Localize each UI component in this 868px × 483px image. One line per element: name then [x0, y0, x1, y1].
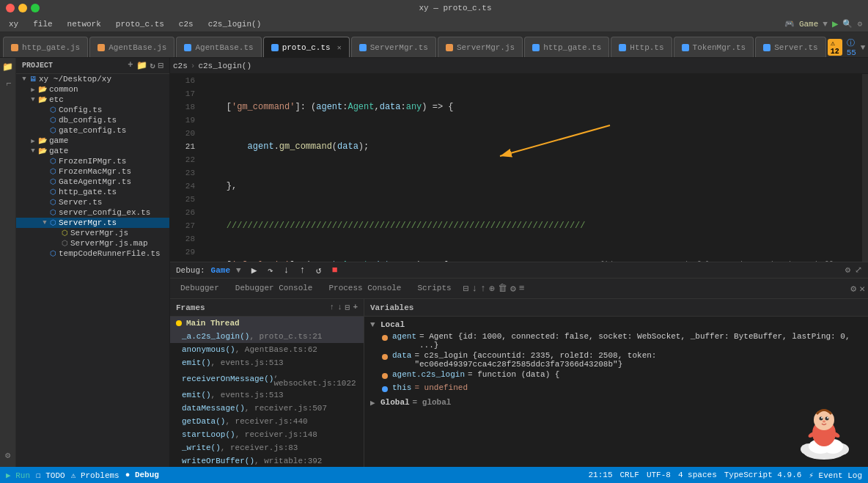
- stop-button[interactable]: ■: [328, 264, 342, 277]
- tab-http-ts[interactable]: Http.ts: [611, 37, 672, 57]
- tab-server-ts[interactable]: Server.ts: [755, 37, 825, 57]
- learn-icon[interactable]: L: [2, 78, 14, 90]
- tree-root[interactable]: ▼ 🖥 xy ~/Desktop/xy: [16, 74, 169, 84]
- new-folder-icon[interactable]: 📁: [136, 60, 147, 71]
- step-out-button[interactable]: ↑: [295, 264, 310, 277]
- maximize-button[interactable]: [31, 4, 40, 12]
- settings-debug-icon[interactable]: ⚙: [845, 265, 850, 276]
- collapse-icon[interactable]: ⊟: [158, 60, 163, 71]
- tree-gate[interactable]: ▼ 📂 gate: [16, 146, 169, 156]
- tree-common[interactable]: ▶ 📂 common: [16, 84, 169, 95]
- panel-close-icon[interactable]: ✕: [859, 283, 865, 295]
- breadcrumb-c2s[interactable]: c2s: [173, 62, 188, 70]
- tab-http-gate-ts[interactable]: http_gate.ts: [524, 37, 609, 57]
- var-data[interactable]: data = c2s_login {accountid: 2335, roleI…: [364, 350, 868, 369]
- stack-item-5[interactable]: dataMessage(), receiver.js:507: [170, 402, 364, 415]
- tab-servermgr-ts[interactable]: ServerMgr.ts: [351, 37, 436, 57]
- menu-xy[interactable]: xy: [6, 18, 21, 30]
- stack-item-3[interactable]: receiverOnMessage(), websocket.js:1022: [170, 369, 364, 388]
- status-event-log[interactable]: ⚡ Event Log: [809, 471, 862, 480]
- tree-frozen-ip[interactable]: ▶ ⬡ FrozenIPMgr.ts: [16, 156, 169, 166]
- tree-db-config-ts[interactable]: ▶ ⬡ db_config.ts: [16, 115, 169, 125]
- menu-c2s-login[interactable]: c2s_login(): [205, 18, 265, 30]
- run-icon[interactable]: ▶: [832, 18, 838, 30]
- tab-agentbase-js[interactable]: AgentBase.js: [89, 37, 174, 57]
- var-agent[interactable]: agent = Agent {id: 1000, connected: fals…: [364, 331, 868, 350]
- stack-item-1[interactable]: anonymous(), AgentBase.ts:62: [170, 343, 364, 356]
- stack-main-thread[interactable]: Main Thread: [170, 317, 364, 330]
- menu-file[interactable]: file: [30, 18, 55, 30]
- tab-debugger[interactable]: Debugger: [173, 281, 227, 296]
- panel-icon-3[interactable]: ↑: [480, 283, 486, 294]
- tab-process-console[interactable]: Process Console: [321, 281, 408, 296]
- tree-game[interactable]: ▶ 📂 game: [16, 136, 169, 146]
- refresh-icon[interactable]: ↻: [150, 60, 155, 71]
- status-spaces[interactable]: 4 spaces: [678, 471, 717, 479]
- panel-icon-5[interactable]: 🗑: [498, 283, 507, 294]
- explorer-icon[interactable]: 📁: [2, 61, 14, 73]
- expand-debug-icon[interactable]: ⤢: [855, 265, 862, 276]
- var-section-local[interactable]: ▼ Local: [364, 318, 868, 331]
- gear-icon[interactable]: ⚙: [2, 449, 14, 461]
- tree-http-gate[interactable]: ▶ ⬡ http_gate.ts: [16, 187, 169, 197]
- tab-http-gate-js[interactable]: http_gate.js: [3, 37, 88, 57]
- panel-icon-7[interactable]: ≡: [519, 283, 525, 294]
- tab-debugger-console[interactable]: Debugger Console: [228, 281, 320, 296]
- status-typescript[interactable]: TypeScript 4.9.6: [724, 471, 802, 479]
- stack-item-8[interactable]: _write(), receiver.js:83: [170, 441, 364, 454]
- stack-item-6[interactable]: getData(), receiver.js:440: [170, 415, 364, 428]
- status-todo[interactable]: ☐ TODO: [36, 471, 65, 480]
- tree-servermgr-js-map[interactable]: ▶ ⬡ ServerMgr.js.map: [16, 238, 169, 248]
- breadcrumb-c2s-login[interactable]: c2s_login(): [198, 62, 251, 70]
- editor-scrollbar[interactable]: [862, 74, 868, 262]
- tree-frozen-mac[interactable]: ▶ ⬡ FrozenMacMgr.ts: [16, 166, 169, 177]
- restart-button[interactable]: ↺: [312, 264, 326, 277]
- continue-button[interactable]: ▶: [247, 264, 262, 277]
- panel-icon-4[interactable]: ⊕: [489, 283, 495, 295]
- status-crlf[interactable]: CRLF: [620, 471, 639, 479]
- tab-proto-c-ts[interactable]: proto_c.ts ✕: [263, 37, 350, 57]
- tab-scripts[interactable]: Scripts: [410, 281, 458, 296]
- menu-proto[interactable]: proto_c.ts: [113, 18, 167, 30]
- var-c2s-login-fn[interactable]: agent.c2s_login = function (data) {: [364, 369, 868, 383]
- call-stack-down[interactable]: ↓: [337, 303, 342, 312]
- stack-item-9[interactable]: writeOrBuffer(), writable:392: [170, 454, 364, 467]
- panel-icon-6[interactable]: ⚙: [510, 283, 516, 295]
- panel-icon-1[interactable]: ⊟: [463, 283, 469, 295]
- menu-c2s[interactable]: c2s: [176, 18, 196, 30]
- status-problems[interactable]: ⚠ Problems: [71, 471, 119, 480]
- minimize-button[interactable]: [18, 4, 27, 12]
- var-this[interactable]: this = undefined: [364, 383, 868, 396]
- status-encoding[interactable]: UTF-8: [647, 471, 671, 479]
- step-into-button[interactable]: ↓: [279, 264, 294, 277]
- panel-gear-icon[interactable]: ⚙: [850, 283, 856, 295]
- status-run[interactable]: ▶ Run: [6, 471, 30, 480]
- tree-temp-runner[interactable]: ▶ ⬡ tempCodeRunnerFile.ts: [16, 248, 169, 259]
- search-icon[interactable]: 🔍: [842, 19, 853, 29]
- tab-agentbase-ts[interactable]: AgentBase.ts: [176, 37, 261, 57]
- debug-game[interactable]: Game: [211, 266, 230, 275]
- tree-servermgr-js[interactable]: ▶ ⬡ ServerMgr.js: [16, 228, 169, 238]
- close-button[interactable]: [6, 4, 15, 12]
- stack-item-4[interactable]: emit(), events.js:513: [170, 388, 364, 402]
- status-debug[interactable]: ● Debug: [125, 471, 159, 479]
- tree-gate-config-ts[interactable]: ▶ ⬡ gate_config.ts: [16, 125, 169, 136]
- tab-servermgr-js[interactable]: ServerMgr.js: [438, 37, 523, 57]
- tree-servermgr-ts[interactable]: ▼ ⬡ ServerMgr.ts: [16, 218, 169, 228]
- tree-server-config[interactable]: ▶ ⬡ server_config_ex.ts: [16, 207, 169, 218]
- tree-server-ts[interactable]: ▶ ⬡ Server.ts: [16, 197, 169, 207]
- new-file-icon[interactable]: +: [128, 60, 133, 71]
- call-stack-add[interactable]: +: [353, 303, 358, 312]
- menu-network[interactable]: network: [65, 18, 104, 30]
- call-stack-filter[interactable]: ⊟: [345, 303, 350, 312]
- tree-gate-agent[interactable]: ▶ ⬡ GateAgentMgr.ts: [16, 177, 169, 187]
- chevron-down-icon[interactable]: ▼: [861, 43, 866, 52]
- tree-etc[interactable]: ▼ 📂 etc: [16, 95, 169, 105]
- tab-tokenmgr-ts[interactable]: TokenMgr.ts: [674, 37, 754, 57]
- stack-item-7[interactable]: startLoop(), receiver.js:148: [170, 428, 364, 441]
- settings-icon[interactable]: ⚙: [857, 19, 862, 29]
- status-position[interactable]: 21:15: [588, 471, 612, 479]
- stack-item-2[interactable]: emit(), events.js:513: [170, 356, 364, 369]
- tree-config-ts[interactable]: ▶ ⬡ Config.ts: [16, 105, 169, 115]
- code-editor[interactable]: ['gm_command']: (agent:Agent,data:any) =…: [199, 74, 862, 262]
